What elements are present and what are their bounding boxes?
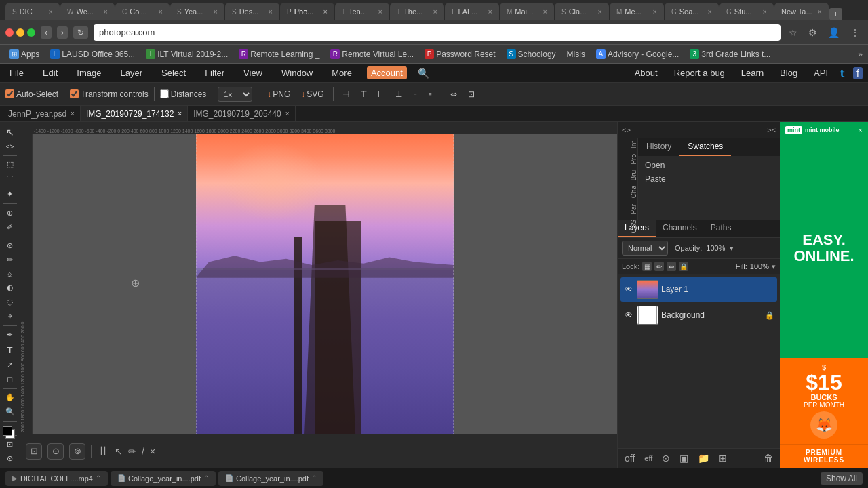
auto-select-checkbox[interactable]: Auto-Select	[5, 89, 58, 99]
bookmark-apps[interactable]: ⊞ Apps	[5, 48, 43, 60]
fg-color-swatch[interactable]	[3, 426, 12, 436]
swatches-tab[interactable]: Swatches	[679, 138, 731, 156]
rect-select-button[interactable]: ⬚	[2, 158, 18, 171]
link-layers-btn[interactable]: off	[622, 451, 637, 465]
menu-about[interactable]: About	[631, 66, 662, 79]
adjustment-btn[interactable]: ▣	[677, 451, 691, 465]
bookmark-remote-virtual[interactable]: R Remote Virtual Le...	[326, 48, 418, 60]
paragraph-label[interactable]: Par	[618, 201, 637, 218]
bookmark-schoology[interactable]: S Schoology	[502, 48, 560, 60]
url-input[interactable]	[94, 24, 781, 41]
history-paste[interactable]: Paste	[641, 172, 777, 186]
browser-tab-sea[interactable]: G Sea... ×	[665, 3, 719, 20]
lock-checkerboard-btn[interactable]: ▦	[642, 262, 652, 271]
css-label[interactable]: CSS	[618, 217, 637, 237]
more-options-button[interactable]: ⊡	[465, 87, 478, 101]
quick-mask-button[interactable]: ⊡	[2, 438, 18, 451]
pause-button[interactable]: ⏸	[97, 444, 109, 458]
browser-tab-pho[interactable]: P Pho... ×	[280, 3, 334, 20]
tab-close[interactable]: ×	[269, 7, 273, 16]
blur-button[interactable]: ◌	[2, 296, 18, 308]
bookmark-ilt[interactable]: I ILT Virtual 2019-2...	[142, 48, 232, 60]
channels-tab[interactable]: Channels	[656, 220, 704, 237]
bookmarks-more[interactable]: »	[858, 49, 863, 59]
menu-more[interactable]: More	[328, 66, 356, 79]
browser-tab-me[interactable]: M Me... ×	[610, 3, 664, 20]
history-open[interactable]: Open	[641, 159, 777, 172]
transform-controls-checkbox[interactable]: Transform controls	[70, 89, 149, 99]
svg-export-button[interactable]: ↓ SVG	[298, 87, 327, 101]
ad-close-btn[interactable]: ×	[859, 126, 863, 134]
layer-item-1[interactable]: 👁 Layer 1	[620, 277, 777, 302]
file-tab-close[interactable]: ×	[71, 110, 75, 117]
show-all-button[interactable]: Show All	[821, 472, 863, 485]
browser-tab-new[interactable]: New Ta... ×	[774, 3, 829, 20]
png-export-button[interactable]: ↓ PNG	[264, 87, 294, 101]
menu-image[interactable]: Image	[73, 66, 105, 79]
new-layer-btn[interactable]: ⊞	[716, 451, 730, 465]
transform-controls-input[interactable]	[70, 89, 79, 98]
window-close-button[interactable]	[5, 28, 14, 37]
browser-tab-mai[interactable]: M Mai... ×	[500, 3, 554, 20]
twitter-icon[interactable]: 𝕥	[840, 68, 845, 79]
eyedropper-button[interactable]: ✐	[2, 221, 18, 234]
distances-checkbox[interactable]: Distances	[160, 89, 207, 99]
menu-account[interactable]: Account	[367, 66, 407, 79]
color-swatches[interactable]	[3, 426, 18, 432]
layer-bg-visibility[interactable]: 👁	[623, 310, 634, 321]
heal-button[interactable]: ⊘	[2, 239, 18, 252]
auto-select-input[interactable]	[5, 89, 14, 98]
tab-close[interactable]: ×	[159, 7, 163, 16]
crop-button[interactable]: ⊕	[2, 207, 18, 220]
mask-btn[interactable]: ⊙	[659, 451, 673, 465]
tab-close[interactable]: ×	[818, 7, 822, 16]
panel-collapse-left[interactable]: <>	[622, 126, 631, 134]
tab-close[interactable]: ×	[433, 7, 437, 16]
delete-layer-btn[interactable]: 🗑	[761, 451, 776, 465]
facebook-icon[interactable]: f	[853, 67, 863, 79]
browser-tab-des[interactable]: S Des... ×	[225, 3, 279, 20]
align-center-button[interactable]: ⊤	[357, 87, 370, 101]
browser-tab-dic[interactable]: S DIC ×	[5, 3, 60, 20]
fill-dropdown-icon[interactable]: ▾	[772, 262, 776, 271]
browser-tab-tea[interactable]: T Tea... ×	[335, 3, 389, 20]
tab-close[interactable]: ×	[708, 7, 712, 16]
path-select-button[interactable]: ↗	[2, 359, 18, 371]
shape-button[interactable]: ◻	[2, 373, 18, 386]
taskbar-item-3[interactable]: 📄 Collage_year_in....pdf ⌃	[218, 471, 323, 486]
eraser-button[interactable]: ◐	[2, 281, 18, 294]
blend-mode-select[interactable]: Normal Multiply Screen	[622, 241, 668, 256]
file-tab-close[interactable]: ×	[285, 110, 290, 117]
layer-item-background[interactable]: 👁 Background 🔒	[620, 303, 777, 327]
screen-mode-button[interactable]: ⊙	[2, 452, 18, 465]
align-middle-button[interactable]: ⊦	[410, 87, 420, 101]
bookmark-remote-learning[interactable]: R Remote Learning _	[235, 48, 323, 60]
extensions-button[interactable]: ⚙	[806, 26, 820, 39]
bookmark-advisory[interactable]: A Advisory - Google...	[592, 48, 683, 60]
taskbar-item-3-close[interactable]: ⌃	[311, 474, 317, 482]
expand-collapse-button[interactable]: <>	[2, 141, 18, 152]
back-button[interactable]: ‹	[41, 26, 52, 39]
align-right-button[interactable]: ⊢	[374, 87, 388, 101]
browser-tab-the[interactable]: T The... ×	[390, 3, 444, 20]
tab-close[interactable]: ×	[653, 7, 657, 16]
tab-close[interactable]: ×	[104, 7, 108, 16]
browser-tab-stu[interactable]: G Stu... ×	[719, 3, 774, 20]
pen-button[interactable]: ✒	[2, 329, 18, 342]
menu-layer[interactable]: Layer	[117, 66, 147, 79]
lasso-button[interactable]: ⌒	[2, 172, 18, 186]
browser-tab-cla[interactable]: S Cla... ×	[555, 3, 609, 20]
menu-window[interactable]: Window	[277, 66, 317, 79]
dodge-button[interactable]: ⌖	[2, 310, 18, 323]
distances-input[interactable]	[160, 89, 169, 98]
tab-close[interactable]: ×	[488, 7, 492, 16]
info-label[interactable]: Inf	[618, 138, 637, 151]
file-tab-close[interactable]: ×	[178, 110, 182, 117]
profile-button[interactable]: 👤	[825, 26, 842, 39]
opacity-dropdown-icon[interactable]: ▾	[730, 244, 734, 253]
taskbar-item-1-close[interactable]: ⌃	[96, 474, 101, 482]
menu-blog[interactable]: Blog	[776, 66, 802, 79]
menu-view[interactable]: View	[239, 66, 267, 79]
brushes-label[interactable]: Bru	[618, 167, 637, 184]
menu-filter[interactable]: Filter	[201, 66, 229, 79]
